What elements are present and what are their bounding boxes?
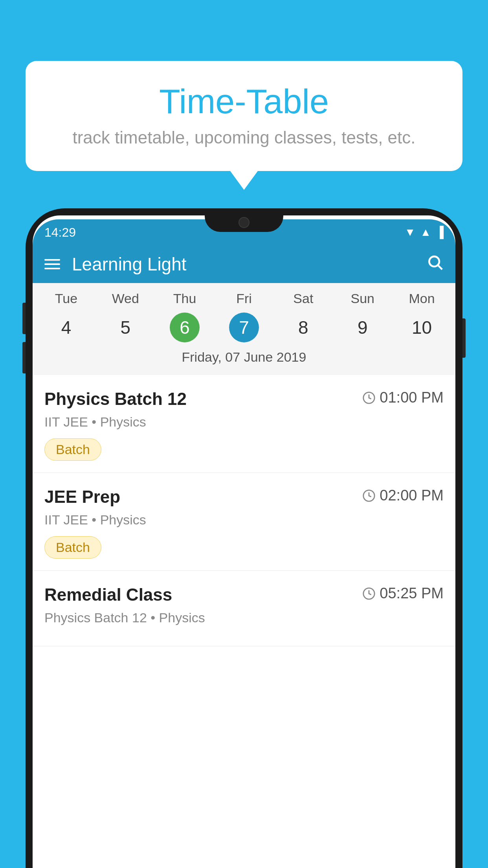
- schedule-item-header-3: Remedial Class 05:25 PM: [44, 585, 444, 605]
- hamburger-menu-button[interactable]: [44, 259, 60, 269]
- batch-badge-1: Batch: [44, 438, 101, 461]
- svg-line-1: [438, 265, 442, 269]
- wifi-icon: ▼: [405, 226, 416, 239]
- schedule-item-header-2: JEE Prep 02:00 PM: [44, 487, 444, 507]
- phone-notch: [205, 208, 283, 232]
- schedule-item-physics-batch[interactable]: Physics Batch 12 01:00 PM IIT JEE • Phys…: [33, 375, 455, 473]
- schedule-item-title-2: JEE Prep: [44, 487, 120, 507]
- app-title: Learning Light: [72, 254, 415, 275]
- signal-icon: ▲: [420, 226, 431, 239]
- phone-mockup: 14:29 ▼ ▲ ▐ Learning Light: [26, 208, 462, 868]
- calendar-section: Tue Wed Thu Fri Sat Sun Mon 4 5 6 7 8 9 …: [33, 283, 455, 375]
- schedule-item-time-3: 05:25 PM: [362, 585, 444, 602]
- calendar-day-wed: Wed: [96, 291, 155, 306]
- calendar-date-6-today[interactable]: 6: [170, 313, 200, 342]
- phone-frame: 14:29 ▼ ▲ ▐ Learning Light: [26, 208, 462, 868]
- calendar-date-7-selected[interactable]: 7: [229, 313, 259, 342]
- schedule-item-header-1: Physics Batch 12 01:00 PM: [44, 389, 444, 409]
- schedule-item-subtitle-2: IIT JEE • Physics: [44, 512, 444, 528]
- calendar-day-sat: Sat: [273, 291, 333, 306]
- schedule-item-title-3: Remedial Class: [44, 585, 172, 605]
- schedule-item-remedial[interactable]: Remedial Class 05:25 PM Physics Batch 12…: [33, 571, 455, 646]
- status-icons: ▼ ▲ ▐: [405, 226, 444, 239]
- search-button[interactable]: [426, 254, 444, 275]
- phone-screen: 14:29 ▼ ▲ ▐ Learning Light: [33, 215, 455, 868]
- battery-icon: ▐: [436, 226, 444, 239]
- calendar-date-5[interactable]: 5: [96, 313, 155, 342]
- clock-icon-1: [362, 391, 376, 405]
- calendar-day-fri: Fri: [215, 291, 274, 306]
- volume-down-button: [22, 342, 26, 373]
- calendar-selected-date-label: Friday, 07 June 2019: [33, 345, 455, 372]
- schedule-item-time-1: 01:00 PM: [362, 389, 444, 406]
- power-button: [462, 318, 466, 358]
- schedule-item-title-1: Physics Batch 12: [44, 389, 187, 409]
- schedule-item-subtitle-3: Physics Batch 12 • Physics: [44, 610, 444, 625]
- schedule-item-jee-prep[interactable]: JEE Prep 02:00 PM IIT JEE • Physics Batc…: [33, 473, 455, 571]
- calendar-date-8[interactable]: 8: [273, 313, 333, 342]
- tooltip-title: Time-Table: [49, 83, 439, 121]
- calendar-date-10[interactable]: 10: [392, 313, 451, 342]
- calendar-dates: 4 5 6 7 8 9 10: [33, 310, 455, 345]
- app-header: Learning Light: [33, 245, 455, 283]
- volume-up-button: [22, 303, 26, 334]
- clock-icon-3: [362, 587, 376, 600]
- svg-point-0: [429, 256, 439, 267]
- calendar-date-4[interactable]: 4: [37, 313, 96, 342]
- calendar-days-header: Tue Wed Thu Fri Sat Sun Mon: [33, 283, 455, 310]
- clock-icon-2: [362, 489, 376, 502]
- tooltip-card: Time-Table track timetable, upcoming cla…: [26, 61, 462, 171]
- schedule-list: Physics Batch 12 01:00 PM IIT JEE • Phys…: [33, 375, 455, 646]
- calendar-day-sun: Sun: [333, 291, 392, 306]
- schedule-item-time-2: 02:00 PM: [362, 487, 444, 504]
- status-time: 14:29: [44, 225, 76, 240]
- calendar-day-mon: Mon: [392, 291, 451, 306]
- schedule-item-subtitle-1: IIT JEE • Physics: [44, 414, 444, 430]
- batch-badge-2: Batch: [44, 536, 101, 559]
- tooltip-subtitle: track timetable, upcoming classes, tests…: [49, 128, 439, 147]
- calendar-day-thu: Thu: [155, 291, 215, 306]
- calendar-date-9[interactable]: 9: [333, 313, 392, 342]
- camera: [238, 217, 250, 228]
- calendar-day-tue: Tue: [37, 291, 96, 306]
